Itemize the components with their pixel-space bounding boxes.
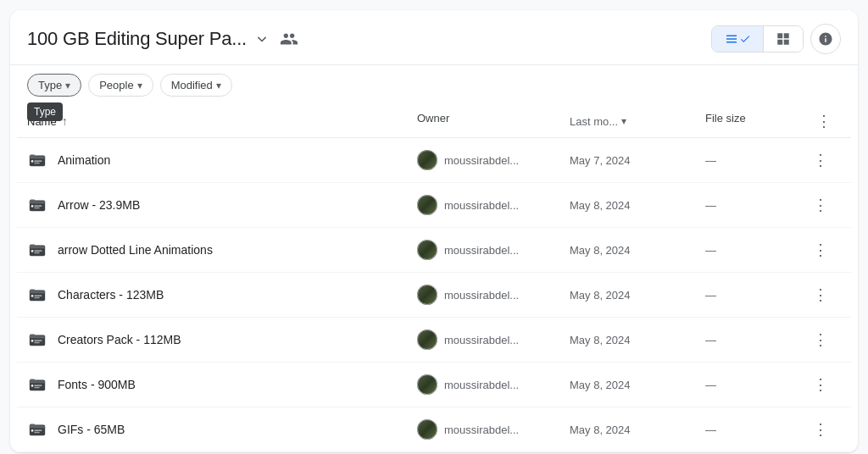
avatar — [417, 150, 437, 170]
name-sort-icon: ↑ — [62, 114, 68, 128]
table-row[interactable]: Characters - 123MB moussirabdel... May 8… — [17, 273, 851, 318]
row-name-cell: Animation — [27, 150, 417, 170]
svg-point-21 — [31, 385, 34, 387]
row-filesize-cell: — — [705, 289, 807, 302]
row-filesize-cell: — — [705, 424, 807, 436]
lastmod-sort-icon: ▾ — [621, 115, 626, 127]
table-row[interactable]: GIFs - 65MB moussirabdel... May 8, 2024 … — [17, 407, 851, 452]
folder-icon — [27, 329, 47, 350]
page-title: 100 GB Editing Super Pa... — [27, 28, 247, 50]
svg-rect-3 — [34, 163, 39, 163]
table-row[interactable]: arrow Dotted Line Animations moussirabde… — [17, 228, 851, 273]
svg-rect-15 — [34, 297, 39, 298]
svg-point-17 — [31, 340, 34, 342]
folder-icon — [27, 150, 47, 170]
header-right — [711, 24, 841, 54]
row-date-cell: May 8, 2024 — [570, 244, 705, 257]
row-filesize-cell: — — [705, 244, 807, 257]
col-lastmod-header[interactable]: Last mo... ▾ — [570, 112, 705, 130]
type-filter-chip[interactable]: Type ▾ — [27, 74, 81, 97]
title-dropdown-icon[interactable] — [253, 30, 270, 47]
svg-rect-23 — [34, 387, 39, 388]
row-filesize-cell: — — [705, 379, 807, 391]
avatar — [417, 419, 437, 440]
modified-filter-chevron: ▾ — [216, 80, 221, 91]
shared-people-icon[interactable] — [277, 27, 301, 51]
people-filter-label: People — [99, 79, 133, 91]
grid-view-button[interactable] — [764, 26, 803, 52]
row-more-button[interactable]: ⋮ — [807, 191, 834, 219]
svg-rect-18 — [34, 340, 42, 340]
more-options-header-icon[interactable]: ⋮ — [816, 112, 832, 130]
svg-rect-14 — [34, 295, 42, 296]
list-view-button[interactable] — [712, 26, 764, 52]
svg-rect-26 — [34, 429, 42, 430]
filters-bar: Type ▾ People ▾ Modified ▾ Type — [10, 65, 858, 105]
table-row[interactable]: Creators Pack - 112MB moussirabdel... Ma… — [17, 318, 851, 363]
row-owner-name: moussirabdel... — [444, 289, 519, 302]
table-row[interactable]: Arrow - 23.9MB moussirabdel... May 8, 20… — [17, 183, 851, 228]
modified-filter-chip[interactable]: Modified ▾ — [160, 74, 232, 97]
row-owner-name: moussirabdel... — [444, 244, 519, 257]
folder-icon — [27, 419, 47, 440]
row-owner-cell: moussirabdel... — [417, 195, 570, 215]
table-header: Name ↑ Owner Last mo... ▾ File size ⋮ — [17, 105, 851, 138]
row-owner-cell: moussirabdel... — [417, 150, 570, 170]
row-owner-name: moussirabdel... — [444, 199, 519, 212]
row-owner-cell: moussirabdel... — [417, 240, 570, 260]
row-more-button[interactable]: ⋮ — [807, 236, 834, 263]
type-filter-chevron: ▾ — [65, 80, 70, 91]
svg-point-9 — [31, 250, 34, 252]
row-date-cell: May 8, 2024 — [570, 379, 705, 391]
svg-point-1 — [31, 160, 34, 163]
row-filesize-cell: — — [705, 334, 807, 346]
avatar — [417, 285, 437, 305]
row-owner-name: moussirabdel... — [444, 154, 519, 167]
row-date-cell: May 8, 2024 — [570, 199, 705, 212]
svg-point-25 — [31, 429, 34, 432]
col-filesize-header: File size — [705, 112, 807, 130]
row-name-cell: Characters - 123MB — [27, 285, 417, 305]
svg-rect-22 — [34, 385, 42, 385]
avatar — [417, 240, 437, 260]
row-name-cell: Arrow - 23.9MB — [27, 195, 417, 215]
modified-filter-label: Modified — [171, 79, 213, 91]
svg-rect-2 — [34, 160, 42, 161]
row-filename: arrow Dotted Line Animations — [58, 243, 213, 257]
view-toggle — [711, 25, 804, 53]
table-row[interactable]: Animation moussirabdel... May 7, 2024 — … — [17, 138, 851, 183]
row-name-cell: Fonts - 900MB — [27, 374, 417, 395]
row-more-button[interactable]: ⋮ — [807, 281, 834, 308]
row-owner-cell: moussirabdel... — [417, 374, 570, 395]
row-more-button[interactable]: ⋮ — [807, 416, 834, 443]
row-owner-cell: moussirabdel... — [417, 285, 570, 305]
row-owner-cell: moussirabdel... — [417, 419, 570, 440]
row-more-button[interactable]: ⋮ — [807, 371, 834, 398]
folder-icon — [27, 240, 47, 260]
svg-rect-7 — [34, 208, 39, 208]
folder-icon — [27, 195, 47, 215]
people-filter-chip[interactable]: People ▾ — [88, 74, 153, 97]
row-name-cell: Creators Pack - 112MB — [27, 329, 417, 350]
table-row[interactable]: Fonts - 900MB moussirabdel... May 8, 202… — [17, 363, 851, 407]
row-filename: Fonts - 900MB — [58, 378, 136, 391]
col-owner-header: Owner — [417, 112, 570, 130]
row-filename: Characters - 123MB — [58, 288, 164, 302]
row-date-cell: May 8, 2024 — [570, 334, 705, 346]
row-owner-cell: moussirabdel... — [417, 329, 570, 350]
col-name-header[interactable]: Name ↑ — [27, 112, 417, 130]
row-filename: Animation — [58, 153, 110, 167]
people-filter-chevron: ▾ — [137, 80, 142, 91]
row-date-cell: May 8, 2024 — [570, 289, 705, 302]
info-button[interactable] — [810, 24, 841, 54]
svg-rect-10 — [34, 250, 42, 251]
row-owner-name: moussirabdel... — [444, 424, 519, 436]
folder-icon — [27, 285, 47, 305]
row-more-button[interactable]: ⋮ — [807, 326, 834, 353]
table-body: Animation moussirabdel... May 7, 2024 — … — [17, 138, 851, 452]
svg-rect-6 — [34, 205, 42, 206]
avatar — [417, 374, 437, 395]
row-more-button[interactable]: ⋮ — [807, 147, 834, 174]
row-owner-name: moussirabdel... — [444, 334, 519, 346]
type-filter-label: Type — [38, 79, 62, 91]
